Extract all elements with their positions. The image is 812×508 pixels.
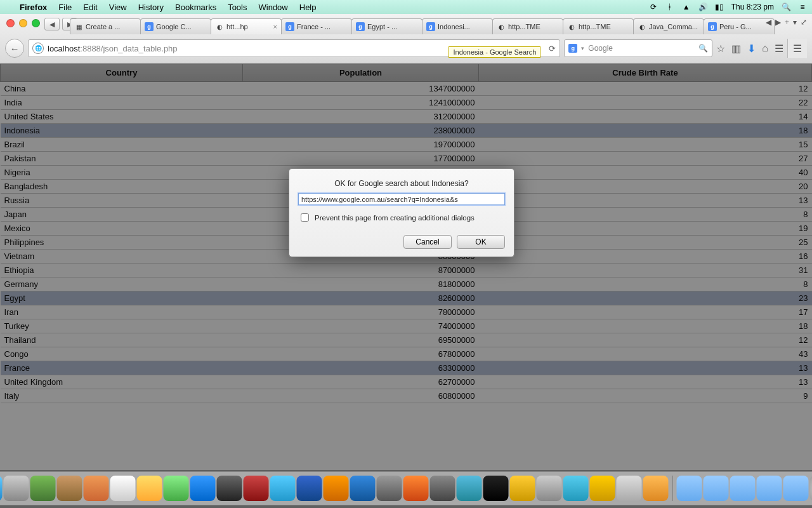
table-row[interactable]: India124100000022	[1, 96, 812, 110]
search-engine-icon[interactable]: g	[568, 44, 577, 53]
dock-app-icon[interactable]	[4, 476, 29, 501]
suppress-dialogs-checkbox-input[interactable]	[301, 213, 309, 222]
menu-window[interactable]: Window	[253, 3, 294, 12]
dock-app-icon[interactable]	[430, 476, 455, 501]
table-row[interactable]: China134700000012	[1, 82, 812, 96]
dock-app-icon[interactable]	[110, 476, 136, 501]
menu-help[interactable]: Help	[294, 3, 322, 12]
dock-app-icon[interactable]	[244, 476, 269, 501]
dock-app-icon[interactable]	[457, 476, 482, 501]
overflow-menu-icon[interactable]: ☰	[787, 39, 807, 58]
reload-icon[interactable]: ⟳	[549, 44, 556, 53]
dock-itunes-icon[interactable]	[297, 476, 322, 501]
dock-folder-icon[interactable]	[677, 476, 702, 501]
browser-tab[interactable]: ◐http...TME	[563, 18, 634, 34]
close-window-button[interactable]	[6, 19, 15, 27]
dock-app-icon[interactable]	[617, 476, 642, 501]
bluetooth-icon[interactable]: ᚼ	[665, 3, 674, 11]
ok-button[interactable]: OK	[457, 235, 505, 249]
table-row[interactable]: Brazil19700000015	[1, 138, 812, 152]
browser-tab[interactable]: gEgypt - ...	[351, 18, 422, 34]
tab-scroll-left-icon[interactable]: ◀	[766, 18, 771, 27]
home-icon[interactable]: ⌂	[762, 43, 768, 54]
browser-tab[interactable]: ▦Create a ...	[70, 18, 141, 34]
dock-app-icon[interactable]	[590, 476, 615, 501]
dock-app-icon[interactable]	[30, 476, 56, 501]
dock-app-icon[interactable]	[164, 476, 189, 501]
table-row[interactable]: Indonesia23800000018	[1, 124, 812, 138]
browser-tab[interactable]: ◐http...TME	[492, 18, 563, 34]
address-bar[interactable]: 🌐 localhost:8888/json_data_table.php Ind…	[28, 39, 560, 57]
dock-app-icon[interactable]	[270, 476, 296, 501]
dock-appstore-icon[interactable]	[350, 476, 376, 501]
table-row[interactable]: Turkey7400000018	[1, 319, 812, 333]
wifi-icon[interactable]: ▲	[682, 3, 691, 11]
sync-icon[interactable]: ⟳	[649, 3, 658, 11]
table-row[interactable]: Ethiopia8700000031	[1, 264, 812, 277]
dock-app-icon[interactable]	[377, 476, 402, 501]
battery-icon[interactable]: ▮▯	[715, 3, 724, 11]
dock-trash-icon[interactable]	[810, 476, 813, 501]
back-button[interactable]: ←	[5, 39, 24, 58]
table-row[interactable]: United Kingdom6270000013	[1, 375, 812, 389]
dock-terminal-icon[interactable]	[483, 476, 509, 501]
dock-app-icon[interactable]	[324, 476, 349, 501]
menubar-clock[interactable]: Thu 8:23 pm	[731, 3, 774, 11]
minimize-window-button[interactable]	[19, 19, 27, 27]
firefox-menu-icon[interactable]: ☰	[775, 43, 783, 55]
dock-app-icon[interactable]	[510, 476, 535, 501]
dock-app-icon[interactable]	[563, 476, 589, 501]
menu-history[interactable]: History	[133, 3, 169, 12]
table-row[interactable]: Iran7800000017	[1, 305, 812, 319]
dock-firefox-icon[interactable]	[403, 476, 429, 501]
list-tabs-button[interactable]: ▾	[793, 18, 797, 27]
table-row[interactable]: Germany818000008	[1, 277, 812, 291]
search-bar[interactable]: g ▾ Google 🔍	[564, 39, 712, 57]
suppress-dialogs-checkbox[interactable]: Prevent this page from creating addition…	[298, 211, 505, 224]
cancel-button[interactable]: Cancel	[403, 235, 452, 249]
table-row[interactable]: United States31200000014	[1, 110, 812, 124]
fullscreen-button[interactable]: ⤢	[801, 18, 807, 27]
bookmark-star-icon[interactable]: ☆	[716, 43, 725, 55]
table-row[interactable]: Egypt8260000023	[1, 291, 812, 305]
browser-tab[interactable]: gGoogle C...	[140, 18, 211, 34]
browser-tab[interactable]: gFrance - ...	[281, 18, 352, 34]
dock-app-icon[interactable]	[643, 476, 669, 501]
menu-bookmarks[interactable]: Bookmarks	[169, 3, 222, 12]
volume-icon[interactable]: 🔊	[698, 3, 707, 11]
app-menu[interactable]: Firefox	[14, 3, 53, 12]
search-go-icon[interactable]: 🔍	[698, 44, 708, 53]
dock-finder-icon[interactable]	[0, 476, 3, 501]
dock-folder-icon[interactable]	[757, 476, 782, 501]
menu-tools[interactable]: Tools	[222, 3, 252, 12]
menu-file[interactable]: File	[53, 3, 77, 12]
browser-tab[interactable]: gIndonesi...	[422, 18, 493, 34]
table-row[interactable]: Thailand6950000012	[1, 333, 812, 347]
tab-scroll-right-icon[interactable]: ▶	[775, 18, 781, 27]
menu-view[interactable]: View	[103, 3, 133, 12]
table-row[interactable]: Italy608000009	[1, 389, 812, 403]
site-identity-icon[interactable]: 🌐	[32, 43, 44, 54]
dialog-input[interactable]	[298, 193, 505, 205]
dock-app-icon[interactable]	[217, 476, 242, 501]
tab-close-icon[interactable]: ×	[271, 23, 277, 30]
table-row[interactable]: France6330000013	[1, 361, 812, 375]
dock-app-icon[interactable]	[190, 476, 216, 501]
browser-tab[interactable]: gPeru - G...	[704, 18, 775, 34]
zoom-window-button[interactable]	[32, 19, 40, 27]
menu-edit[interactable]: Edit	[77, 3, 103, 12]
dock-app-icon[interactable]	[537, 476, 562, 501]
browser-tab[interactable]: ◐Java_Comma...	[633, 18, 704, 34]
dock-folder-icon[interactable]	[730, 476, 756, 501]
table-row[interactable]: Congo6780000043	[1, 347, 812, 361]
dock-app-icon[interactable]	[57, 476, 82, 501]
dock-folder-icon[interactable]	[783, 476, 809, 501]
new-tab-button[interactable]: +	[785, 18, 789, 27]
dock-folder-icon[interactable]	[704, 476, 729, 501]
sidebar-icon[interactable]: ▥	[731, 43, 741, 55]
table-row[interactable]: Pakistan17700000027	[1, 152, 812, 166]
spotlight-icon[interactable]: 🔍	[782, 3, 790, 11]
dock-app-icon[interactable]	[137, 476, 162, 501]
downloads-icon[interactable]: ⬇	[747, 43, 756, 55]
tab-group-left-button[interactable]: ◀	[44, 18, 60, 30]
